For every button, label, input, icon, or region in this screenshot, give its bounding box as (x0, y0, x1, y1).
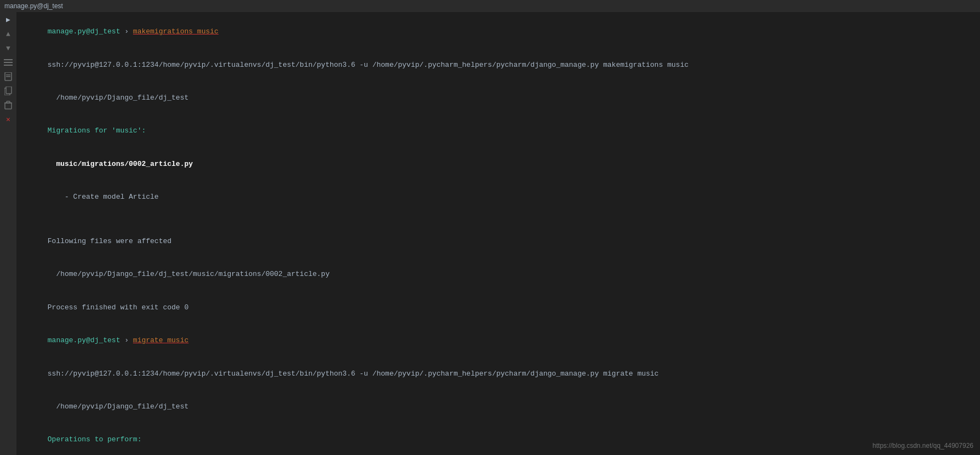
sidebar-icon-copy[interactable] (3, 85, 14, 96)
sidebar-icon-close[interactable]: ✕ (3, 114, 14, 125)
sidebar: ▶ ▲ ▼ (0, 12, 16, 455)
footer-url-text: https://blog.csdn.net/qq_44907926 (873, 442, 973, 450)
terminal-operations-header: Operations to perform: (22, 423, 975, 455)
terminal-affected-1: /home/pyvip/Django_file/dj_test/music/mi… (22, 258, 975, 291)
sidebar-icon-list[interactable] (3, 57, 14, 68)
terminal-blank-1 (22, 214, 975, 225)
command-text-1: makemigrations music (133, 27, 219, 36)
svg-rect-5 (6, 76, 10, 77)
title-bar: manage.py@dj_test (0, 0, 980, 12)
sidebar-icon-arrow-right[interactable]: ▶ (3, 14, 14, 25)
sidebar-icon-bookmark[interactable] (3, 71, 14, 82)
terminal-following-1: Following files were affected (22, 225, 975, 258)
terminal-ssh-1: ssh://pyvip@127.0.0.1:1234/home/pyvip/.v… (22, 48, 975, 81)
svg-rect-8 (5, 103, 12, 109)
prompt-text-2: manage.py@dj_test (48, 336, 121, 344)
command-text-2: migrate music (133, 336, 188, 344)
terminal-path-2: /home/pyvip/Django_file/dj_test (22, 390, 975, 423)
terminal-prompt-1: manage.py@dj_test › makemigrations music (22, 15, 975, 48)
svg-rect-2 (4, 65, 13, 66)
svg-rect-1 (4, 62, 13, 63)
prompt-text-1: manage.py@dj_test (48, 27, 121, 36)
sidebar-icon-trash[interactable] (3, 100, 14, 111)
svg-rect-4 (6, 74, 10, 76)
svg-rect-0 (4, 59, 13, 60)
terminal-ssh-2: ssh://pyvip@127.0.0.1:1234/home/pyvip/.v… (22, 357, 975, 390)
svg-rect-7 (6, 87, 12, 94)
terminal-area: manage.py@dj_test › makemigrations music… (16, 12, 980, 455)
terminal-path-1: /home/pyvip/Django_file/dj_test (22, 82, 975, 114)
terminal-prompt-2: manage.py@dj_test › migrate music (22, 324, 975, 357)
sidebar-icon-arrow-down[interactable]: ▼ (3, 43, 14, 54)
terminal-process-1: Process finished with exit code 0 (22, 291, 975, 324)
footer-url: https://blog.csdn.net/qq_44907926 (873, 441, 973, 451)
terminal-migrations-action: - Create model Article (22, 181, 975, 214)
terminal-migrations-file: music/migrations/0002_article.py (22, 148, 975, 181)
title-bar-text: manage.py@dj_test (4, 2, 63, 10)
sidebar-icon-arrow-up[interactable]: ▲ (3, 28, 14, 39)
terminal-migrations-header: Migrations for 'music': (22, 114, 975, 147)
